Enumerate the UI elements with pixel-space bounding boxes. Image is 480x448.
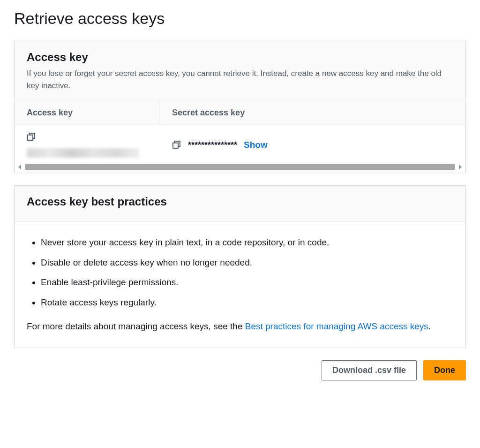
more-text-suffix: . [428,321,431,331]
done-button[interactable]: Done [423,360,466,380]
best-practices-header: Access key best practices [15,186,465,222]
cell-secret-key: *************** Show [160,132,465,158]
best-practices-body: Never store your access key in plain tex… [15,222,465,348]
scroll-left-icon[interactable] [17,164,22,170]
copy-secret-key-icon[interactable] [172,140,181,150]
best-practices-list: Never store your access key in plain tex… [27,236,453,309]
svg-rect-1 [28,135,33,140]
column-secret-key: Secret access key [160,101,465,124]
best-practices-more: For more details about managing access k… [27,319,453,334]
more-text-prefix: For more details about managing access k… [27,321,245,331]
svg-marker-4 [18,165,21,169]
best-practices-panel: Access key best practices Never store yo… [14,185,466,348]
scroll-track[interactable] [25,164,455,170]
button-row: Download .csv file Done [14,360,466,380]
download-csv-button[interactable]: Download .csv file [322,360,417,380]
access-key-panel: Access key If you lose or forget your se… [14,41,466,173]
access-key-value-redacted [27,148,139,158]
svg-marker-5 [459,165,462,169]
svg-rect-3 [173,143,178,148]
page-title: Retrieve access keys [14,9,466,28]
cell-access-key [15,132,160,158]
best-practices-heading: Access key best practices [27,195,453,208]
best-practices-link[interactable]: Best practices for managing AWS access k… [245,321,428,331]
horizontal-scrollbar[interactable] [15,163,465,173]
scroll-right-icon[interactable] [458,164,463,170]
column-access-key: Access key [15,101,160,124]
access-key-table-header: Access key Secret access key [15,101,465,125]
list-item: Never store your access key in plain tex… [41,236,453,250]
access-key-panel-header: Access key If you lose or forget your se… [15,41,465,101]
copy-access-key-icon[interactable] [27,132,36,142]
secret-key-masked: *************** [188,140,237,150]
table-row: *************** Show [15,125,465,163]
access-key-heading: Access key [27,51,453,64]
list-item: Rotate access keys regularly. [41,296,453,310]
access-key-description: If you lose or forget your secret access… [27,68,453,91]
list-item: Disable or delete access key when no lon… [41,256,453,270]
list-item: Enable least-privilege permissions. [41,276,453,289]
show-secret-link[interactable]: Show [244,140,268,150]
